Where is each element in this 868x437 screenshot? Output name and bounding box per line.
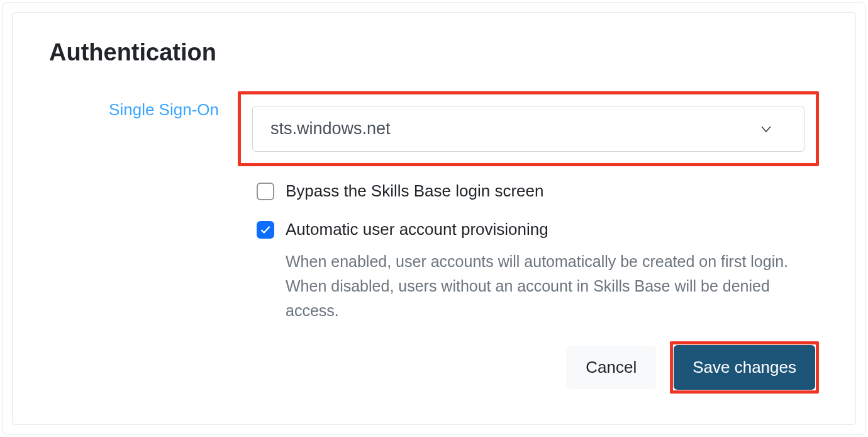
sso-row: Single Sign-On sts.windows.net <box>49 91 819 166</box>
save-button[interactable]: Save changes <box>674 345 815 390</box>
save-highlight: Save changes <box>670 341 819 394</box>
authentication-panel: Authentication Single Sign-On sts.window… <box>12 12 856 425</box>
provisioning-label: Automatic user account provisioning <box>286 220 819 239</box>
actions-row: Cancel Save changes <box>49 341 819 394</box>
bypass-checkbox[interactable] <box>257 183 274 200</box>
sso-link[interactable]: Single Sign-On <box>109 100 219 119</box>
sso-field-col: sts.windows.net <box>238 91 819 166</box>
sso-selected-value: sts.windows.net <box>270 119 391 139</box>
cancel-button[interactable]: Cancel <box>566 346 656 389</box>
panel-title: Authentication <box>49 39 819 66</box>
sso-label-col: Single Sign-On <box>49 91 238 120</box>
bypass-label-wrap: Bypass the Skills Base login screen <box>286 181 543 201</box>
provisioning-label-wrap: Automatic user account provisioning When… <box>286 220 819 322</box>
provisioning-row: Automatic user account provisioning When… <box>257 220 819 322</box>
outer-frame: Authentication Single Sign-On sts.window… <box>3 3 865 434</box>
bypass-row: Bypass the Skills Base login screen <box>257 181 819 201</box>
provisioning-checkbox[interactable] <box>257 221 274 239</box>
provisioning-help: When enabled, user accounts will automat… <box>286 249 819 322</box>
sso-select-wrap: sts.windows.net <box>252 106 804 152</box>
sso-select[interactable]: sts.windows.net <box>252 106 804 152</box>
chevron-down-icon <box>760 123 772 135</box>
bypass-label: Bypass the Skills Base login screen <box>286 181 543 201</box>
sso-highlight: sts.windows.net <box>238 91 819 166</box>
